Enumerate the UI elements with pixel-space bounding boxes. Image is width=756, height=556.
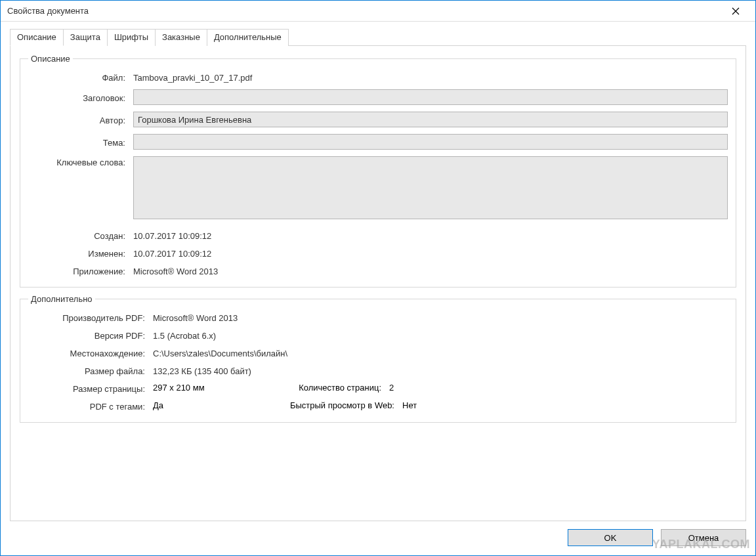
file-value: Tambova_pravki_10_07_17.pdf bbox=[133, 72, 728, 83]
producer-label: Производитель PDF: bbox=[28, 312, 153, 323]
close-button[interactable] bbox=[721, 1, 750, 21]
created-value: 10.07.2017 10:09:12 bbox=[133, 230, 728, 241]
pagecount-label: Количество страниц: bbox=[284, 383, 389, 394]
row-keywords: Ключевые слова: bbox=[28, 156, 728, 219]
row-application: Приложение: Microsoft® Word 2013 bbox=[28, 265, 728, 276]
modified-label: Изменен: bbox=[28, 247, 133, 259]
author-label: Автор: bbox=[28, 114, 133, 125]
document-properties-dialog: Свойства документа Описание Защита Шрифт… bbox=[0, 0, 756, 556]
subject-input[interactable] bbox=[133, 134, 728, 150]
version-label: Версия PDF: bbox=[28, 330, 153, 341]
dialog-content: Описание Защита Шрифты Заказные Дополнит… bbox=[1, 22, 755, 521]
application-label: Приложение: bbox=[28, 265, 133, 276]
row-filesize: Размер файла: 132,23 КБ (135 400 байт) bbox=[28, 365, 728, 376]
additional-group: Дополнительно Производитель PDF: Microso… bbox=[20, 294, 736, 423]
filesize-value: 132,23 КБ (135 400 байт) bbox=[153, 365, 728, 376]
titlebar: Свойства документа bbox=[1, 1, 755, 22]
cancel-button[interactable]: Отмена bbox=[661, 529, 746, 546]
row-file: Файл: Tambova_pravki_10_07_17.pdf bbox=[28, 72, 728, 83]
close-icon bbox=[732, 7, 740, 15]
subject-label: Тема: bbox=[28, 137, 133, 148]
pagesize-label: Размер страницы: bbox=[28, 383, 153, 394]
row-pagesize-count: Размер страницы: 297 x 210 мм Количество… bbox=[28, 383, 728, 394]
title-label: Заголовок: bbox=[28, 92, 133, 103]
ok-button[interactable]: OK bbox=[568, 529, 653, 546]
tab-security[interactable]: Защита bbox=[63, 29, 108, 46]
row-subject: Тема: bbox=[28, 134, 728, 150]
modified-value: 10.07.2017 10:09:12 bbox=[133, 247, 728, 259]
row-created: Создан: 10.07.2017 10:09:12 bbox=[28, 230, 728, 241]
tagged-label: PDF с тегами: bbox=[28, 400, 153, 412]
tab-additional[interactable]: Дополнительные bbox=[207, 29, 289, 46]
title-input[interactable] bbox=[133, 89, 728, 105]
filesize-label: Размер файла: bbox=[28, 365, 153, 376]
location-label: Местонахождение: bbox=[28, 347, 153, 358]
file-label: Файл: bbox=[28, 72, 133, 83]
row-author: Автор: bbox=[28, 112, 728, 127]
tab-panel-description: Описание Файл: Tambova_pravki_10_07_17.p… bbox=[10, 45, 746, 521]
row-location: Местонахождение: C:\Users\zales\Document… bbox=[28, 347, 728, 358]
location-value: C:\Users\zales\Documents\билайн\ bbox=[153, 347, 728, 358]
tab-strip: Описание Защита Шрифты Заказные Дополнит… bbox=[10, 28, 746, 45]
author-input[interactable] bbox=[133, 112, 728, 127]
row-modified: Изменен: 10.07.2017 10:09:12 bbox=[28, 247, 728, 259]
window-title: Свойства документа bbox=[7, 6, 721, 16]
fastweb-label: Быстрый просмотр в Web: bbox=[284, 400, 402, 412]
tagged-value: Да bbox=[153, 400, 284, 412]
pagecount-value: 2 bbox=[389, 383, 728, 394]
row-title: Заголовок: bbox=[28, 89, 728, 105]
row-producer: Производитель PDF: Microsoft® Word 2013 bbox=[28, 312, 728, 323]
keywords-label: Ключевые слова: bbox=[28, 156, 133, 167]
tab-fonts[interactable]: Шрифты bbox=[107, 29, 156, 46]
tab-description[interactable]: Описание bbox=[10, 29, 64, 46]
pagesize-value: 297 x 210 мм bbox=[153, 383, 284, 394]
row-tagged-fastweb: PDF с тегами: Да Быстрый просмотр в Web:… bbox=[28, 400, 728, 412]
dialog-buttons: OK Отмена bbox=[1, 521, 755, 555]
version-value: 1.5 (Acrobat 6.x) bbox=[153, 330, 728, 341]
description-group: Описание Файл: Tambova_pravki_10_07_17.p… bbox=[20, 54, 736, 288]
row-version: Версия PDF: 1.5 (Acrobat 6.x) bbox=[28, 330, 728, 341]
application-value: Microsoft® Word 2013 bbox=[133, 265, 728, 276]
description-group-legend: Описание bbox=[28, 54, 73, 64]
tab-custom[interactable]: Заказные bbox=[155, 29, 207, 46]
created-label: Создан: bbox=[28, 230, 133, 241]
producer-value: Microsoft® Word 2013 bbox=[153, 312, 728, 323]
additional-group-legend: Дополнительно bbox=[28, 294, 95, 304]
keywords-input[interactable] bbox=[133, 156, 728, 219]
fastweb-value: Нет bbox=[402, 400, 728, 412]
